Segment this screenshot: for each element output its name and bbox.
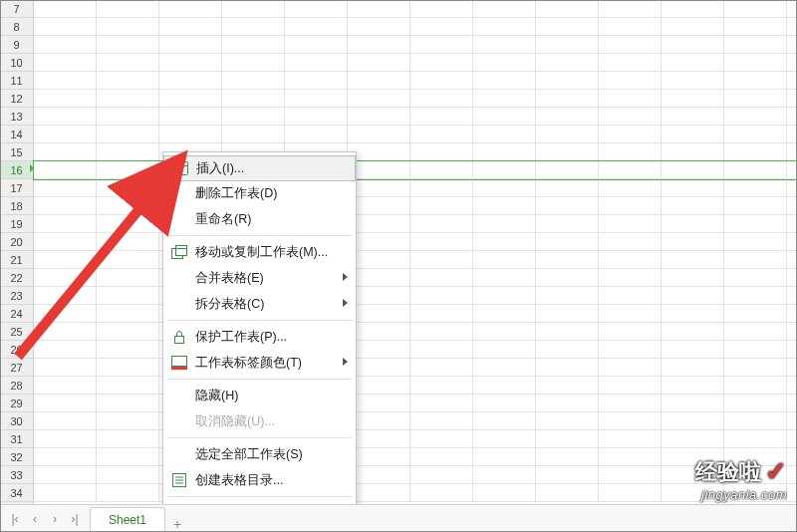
cell[interactable] [473,395,536,412]
cell[interactable] [34,36,97,54]
cell[interactable] [536,197,599,215]
cell[interactable] [599,269,662,287]
cell[interactable] [536,126,599,143]
cell[interactable] [599,377,662,395]
cell[interactable] [348,72,410,90]
cell[interactable] [348,197,410,215]
cell[interactable] [662,233,724,251]
cell[interactable] [410,412,473,430]
cell[interactable] [97,341,159,359]
cell[interactable] [222,18,285,36]
cell[interactable] [536,430,599,448]
row-header[interactable]: 12 [0,90,33,108]
cell[interactable] [348,108,410,126]
menu-hide[interactable]: 隐藏(H) [163,383,356,408]
cell[interactable] [410,395,473,412]
cell[interactable] [599,233,662,251]
row-header[interactable]: 21 [0,251,33,269]
cell[interactable] [34,161,97,179]
cell[interactable] [348,215,410,233]
menu-tab-color[interactable]: 工作表标签颜色(T) [163,350,356,376]
cell[interactable] [536,323,599,341]
row-header[interactable]: 10 [0,54,33,72]
cell[interactable] [410,18,473,36]
cell[interactable] [410,323,473,341]
cell[interactable] [724,90,787,108]
cell[interactable] [348,143,410,161]
cell[interactable] [159,18,222,36]
cell[interactable] [34,484,97,502]
cell[interactable] [599,161,662,179]
cell[interactable] [473,323,536,341]
cell[interactable] [97,269,159,287]
cell[interactable] [599,215,662,233]
cell[interactable] [97,179,159,197]
cell[interactable] [410,251,473,269]
cell[interactable] [34,359,97,377]
cell[interactable] [348,484,410,502]
cell[interactable] [34,448,97,466]
cell[interactable] [536,269,599,287]
cell[interactable] [34,430,97,448]
cell[interactable] [97,305,159,323]
cell[interactable] [599,430,662,448]
cell[interactable] [159,36,222,54]
cell[interactable] [536,233,599,251]
cell[interactable] [536,412,599,430]
cell[interactable] [348,448,410,466]
cell[interactable] [724,54,787,72]
cell[interactable] [536,54,599,72]
cell[interactable] [34,377,97,395]
cell[interactable] [662,287,724,305]
row-header[interactable]: 24 [0,305,33,323]
cell[interactable] [599,359,662,377]
cell[interactable] [97,108,159,126]
cell[interactable] [473,108,536,126]
menu-select-all[interactable]: 选定全部工作表(S) [163,441,356,467]
cell[interactable] [599,36,662,54]
cell[interactable] [473,72,536,90]
row-header[interactable]: 30 [0,412,33,430]
row-header[interactable]: 28 [0,377,33,395]
row-header[interactable]: 31 [0,430,33,448]
cell[interactable] [536,179,599,197]
cell[interactable] [410,90,473,108]
row-header[interactable]: 15 [0,143,33,161]
cell[interactable] [662,54,724,72]
row-header[interactable]: 13 [0,108,33,126]
cell[interactable] [222,126,285,143]
cell[interactable] [536,484,599,502]
cell[interactable] [348,18,410,36]
cell[interactable] [97,197,159,215]
cell[interactable] [473,341,536,359]
cell-grid[interactable] [34,0,797,504]
menu-delete-sheet[interactable]: 删除工作表(D) [163,180,356,206]
cell[interactable] [34,412,97,430]
row-header[interactable]: 29 [0,395,33,412]
cell[interactable] [348,179,410,197]
cell[interactable] [348,377,410,395]
tab-prev-button[interactable]: ‹ [26,510,44,528]
cell[interactable] [473,54,536,72]
cell[interactable] [348,233,410,251]
menu-move-copy[interactable]: 移动或复制工作表(M)... [163,239,356,265]
cell[interactable] [97,395,159,412]
cell[interactable] [34,233,97,251]
row-header[interactable]: 20 [0,233,33,251]
row-headers[interactable]: 7891011121314151617181920212223242526272… [0,0,34,504]
cell[interactable] [410,0,473,18]
cell[interactable] [159,90,222,108]
cell[interactable] [724,430,787,448]
cell[interactable] [724,72,787,90]
cell[interactable] [536,0,599,18]
cell[interactable] [348,323,410,341]
menu-merge[interactable]: 合并表格(E) [163,265,356,291]
row-header[interactable]: 23 [0,287,33,305]
cell[interactable] [285,108,348,126]
cell[interactable] [724,412,787,430]
cell[interactable] [599,412,662,430]
cell[interactable] [536,287,599,305]
cell[interactable] [662,197,724,215]
row-header[interactable]: 11 [0,72,33,90]
cell[interactable] [34,251,97,269]
